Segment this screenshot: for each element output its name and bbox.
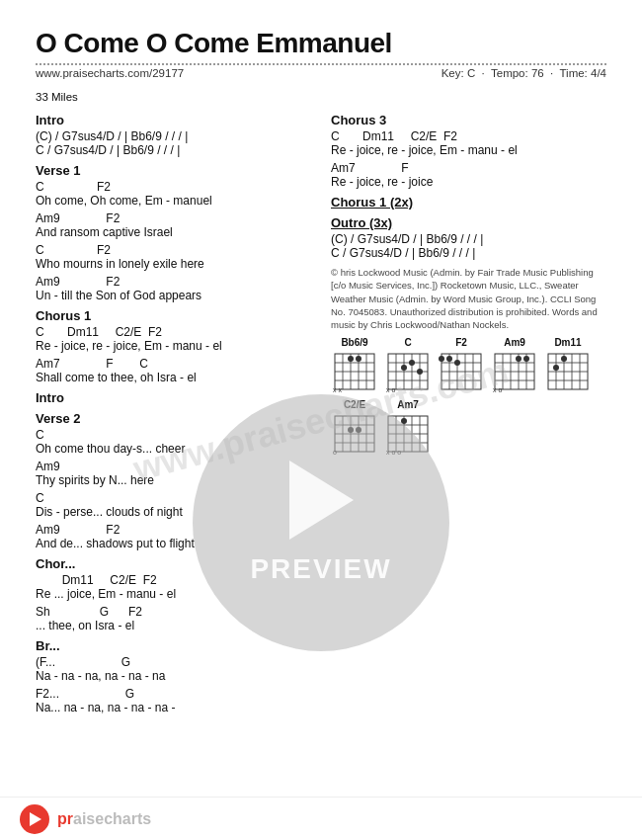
svg-point-65 — [356, 427, 361, 433]
c3-g2: Am7 F Re - joice, re - joice — [331, 161, 606, 189]
key-tempo-time: Key: C · Tempo: 76 · Time: 4/4 — [441, 67, 606, 79]
v1-g4: Am9 F2 Un - till the Son of God appears — [36, 275, 311, 302]
svg-text:x x: x x — [333, 386, 342, 393]
intro-line-2: C / G7sus4/D / | Bb6/9 / / / | — [36, 143, 311, 157]
section-outro: Outro (3x) (C) / G7sus4/D / | Bb6/9 / / … — [331, 215, 606, 260]
chorus-partial-label: Chor... — [36, 556, 311, 571]
section-chorus1: Chorus 1 C Dm11 C2/E F2 Re - joice, re -… — [36, 308, 311, 384]
right-column: Chorus 3 C Dm11 C2/E F2 Re - joice, re -… — [331, 113, 606, 720]
svg-point-53 — [553, 365, 559, 371]
content-columns: Intro (C) / G7sus4/D / | Bb6/9 / / / | C… — [36, 113, 606, 720]
verse2-label: Verse 2 — [36, 411, 311, 426]
section-bridge: Br... (F... G Na - na - na, na - na - na… — [36, 638, 311, 714]
v2-g4: Am9 F2 And de... shadows put to flight — [36, 523, 311, 550]
section-chorus3: Chorus 3 C Dm11 C2/E F2 Re - joice, re -… — [331, 113, 606, 189]
outro-line-1: (C) / G7sus4/D / | Bb6/9 / / / | — [331, 232, 606, 246]
section-chorus-partial: Chor... Dm11 C2/E F2 Re ... joice, Em - … — [36, 556, 311, 632]
section-intro: Intro (C) / G7sus4/D / | Bb6/9 / / / | C… — [36, 113, 311, 157]
section-verse1: Verse 1 C F2 Oh come, Oh come, Em - manu… — [36, 163, 311, 302]
v1-g2: Am9 F2 And ransom captive Israel — [36, 211, 311, 239]
copyright-text: © hris Lockwood Music (Admin. by Fair Tr… — [331, 266, 606, 331]
page-title: O Come O Come Emmanuel — [36, 28, 606, 59]
chord-am9: Am9 x o — [491, 337, 538, 393]
svg-point-31 — [439, 356, 444, 362]
chord-dm11: Dm11 — [544, 337, 592, 393]
svg-point-9 — [348, 356, 354, 362]
section-intro-label: Intro — [36, 113, 311, 127]
svg-point-20 — [401, 365, 407, 371]
v1-g3: C F2 Who mourns in lonely exile here — [36, 243, 311, 271]
cp-g1: Dm11 C2/E F2 Re ... joice, Em - manu - e… — [36, 573, 311, 601]
intro-line-1: (C) / G7sus4/D / | Bb6/9 / / / | — [36, 129, 311, 143]
chord-c2e: C2/E o — [331, 399, 378, 456]
bottom-logo: praisecharts — [57, 810, 151, 828]
chord-c: C x o — [384, 337, 432, 393]
bridge-label: Br... — [36, 638, 311, 653]
v1-g1: C F2 Oh come, Oh come, Em - manuel — [36, 180, 311, 208]
svg-point-75 — [401, 418, 407, 424]
divider — [36, 63, 606, 65]
svg-point-44 — [523, 356, 529, 362]
c1-g1: C Dm11 C2/E F2 Re - joice, re - joice, E… — [36, 325, 311, 353]
svg-point-32 — [446, 356, 452, 362]
section-verse2: Verse 2 C Oh come thou day-s... cheer Am… — [36, 411, 311, 550]
play-triangle-icon — [30, 812, 41, 826]
url: www.praisecharts.com/29177 — [36, 67, 184, 79]
v2-g3: C Dis - perse... clouds of night — [36, 491, 311, 519]
page: O Come O Come Emmanuel www.praisecharts.… — [0, 0, 642, 840]
outro-label: Outro (3x) — [331, 215, 606, 230]
svg-point-64 — [348, 427, 354, 433]
v2-g2: Am9 Thy spirits by N... here — [36, 460, 311, 487]
section-intro2: Intro — [36, 390, 311, 405]
verse1-label: Verse 1 — [36, 163, 311, 178]
chorus1-label: Chorus 1 — [36, 308, 311, 323]
svg-point-54 — [561, 356, 567, 362]
c1-g2: Am7 F C Shall come to thee, oh Isra - el — [36, 357, 311, 384]
bottom-bar: praisecharts — [0, 797, 642, 840]
svg-point-22 — [417, 369, 423, 375]
play-button[interactable] — [20, 804, 49, 834]
meta-row: www.praisecharts.com/29177 Key: C · Temp… — [36, 67, 606, 79]
chord-am7: Am7 x o o — [384, 399, 432, 456]
left-column: Intro (C) / G7sus4/D / | Bb6/9 / / / | C… — [36, 113, 311, 720]
chord-diagrams: Bb6/9 x x — [331, 337, 606, 456]
svg-point-21 — [409, 360, 415, 366]
c3-g1: C Dm11 C2/E F2 Re - joice, re - joice, E… — [331, 129, 606, 157]
svg-text:o: o — [333, 449, 337, 456]
svg-text:x o o: x o o — [386, 449, 401, 456]
outro-line-2: C / G7sus4/D / | Bb6/9 / / / | — [331, 246, 606, 260]
intro2-label: Intro — [36, 390, 311, 405]
svg-point-43 — [516, 356, 522, 362]
svg-text:x o: x o — [386, 386, 395, 393]
v2-g1: C Oh come thou day-s... cheer — [36, 428, 311, 456]
chord-f2: F2 — [438, 337, 485, 393]
br-g1: (F... G Na - na - na, na - na - na — [36, 655, 311, 683]
section-chorus1-repeat: Chorus 1 (2x) — [331, 195, 606, 210]
br-g2: F2... G Na... na - na, na - na - na - — [36, 687, 311, 714]
svg-point-33 — [454, 360, 460, 366]
svg-text:x o: x o — [493, 386, 502, 393]
cp-g2: Sh G F2 ... thee, on Isra - el — [36, 605, 311, 632]
artist: 33 Miles — [36, 91, 606, 103]
chorus3-label: Chorus 3 — [331, 113, 606, 127]
svg-point-10 — [356, 356, 361, 362]
chorus1-repeat-label: Chorus 1 (2x) — [331, 195, 606, 210]
chord-bb69: Bb6/9 x x — [331, 337, 378, 393]
